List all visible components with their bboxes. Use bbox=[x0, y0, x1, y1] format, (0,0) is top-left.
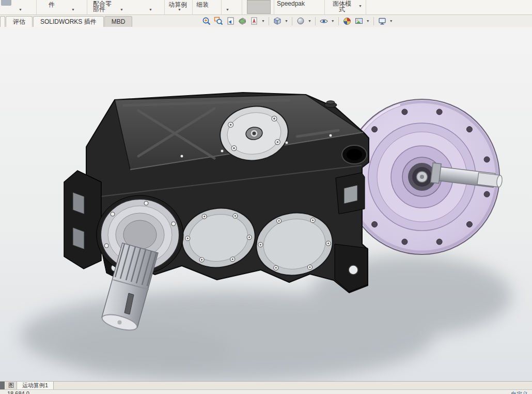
dropdown-caret-icon[interactable]: ▼ bbox=[71, 8, 75, 11]
breather-plug[interactable] bbox=[324, 101, 337, 108]
side-bore-hole bbox=[342, 145, 367, 164]
dropdown-caret-icon[interactable]: ▼ bbox=[366, 19, 370, 23]
floor-shadow bbox=[21, 255, 511, 381]
motion-study-bar: 图 运动算例1 bbox=[0, 381, 532, 389]
separator bbox=[269, 17, 269, 25]
zoom-to-fit-icon[interactable] bbox=[201, 16, 212, 26]
graphics-area[interactable] bbox=[0, 27, 532, 381]
separator bbox=[274, 0, 274, 14]
separator bbox=[192, 0, 193, 14]
separator bbox=[373, 17, 374, 25]
apply-scene-icon[interactable] bbox=[354, 16, 364, 26]
tab-model-partial[interactable]: 图 bbox=[6, 382, 17, 389]
separator bbox=[324, 0, 325, 14]
commandmanager-tabbar: 评估 SOLIDWORKS 插件 MBD bbox=[0, 15, 532, 27]
dropdown-caret-icon[interactable]: ▼ bbox=[19, 8, 22, 11]
ribbon: ▼ 件 ▼ 配合零部件 ▼ ▼ 动算例 ▼ 细装 ▼ Speedpak 面体模式… bbox=[0, 0, 532, 15]
separator bbox=[221, 0, 222, 14]
ribbon-button-insert-component[interactable]: 件 bbox=[49, 1, 55, 9]
tab-partial[interactable] bbox=[0, 16, 5, 27]
status-bar: 18.684.0 自定义 bbox=[0, 389, 532, 394]
annotation-view-icon[interactable] bbox=[249, 16, 259, 26]
view-settings-icon[interactable] bbox=[377, 16, 387, 26]
status-customize-link[interactable]: 自定义 bbox=[511, 390, 528, 394]
tab-solidworks-addins[interactable]: SOLIDWORKS 插件 bbox=[33, 16, 104, 27]
dropdown-caret-icon[interactable]: ▼ bbox=[285, 19, 288, 23]
motionbar-corner-icon[interactable] bbox=[0, 382, 5, 389]
ribbon-button-body-mode[interactable]: 面体模式 bbox=[332, 1, 352, 12]
tab-mbd[interactable]: MBD bbox=[104, 16, 133, 27]
dropdown-caret-icon[interactable]: ▼ bbox=[178, 8, 181, 11]
dropdown-caret-icon[interactable]: ▼ bbox=[226, 8, 229, 11]
ribbon-button-speedpak[interactable]: Speedpak bbox=[277, 0, 305, 7]
separator bbox=[292, 17, 292, 25]
solidworks-window: ▼ 件 ▼ 配合零部件 ▼ ▼ 动算例 ▼ 细装 ▼ Speedpak 面体模式… bbox=[0, 0, 532, 394]
separator bbox=[338, 17, 339, 25]
separator bbox=[366, 0, 366, 14]
separator bbox=[87, 0, 87, 14]
status-left-text: 18.684.0 bbox=[7, 390, 29, 394]
gearbox-model[interactable] bbox=[0, 27, 532, 381]
section-view-icon[interactable] bbox=[237, 16, 247, 26]
headsup-toolbar: ▼ ▼ ▼ bbox=[201, 16, 394, 26]
dropdown-caret-icon[interactable]: ▼ bbox=[389, 19, 393, 23]
separator bbox=[164, 0, 165, 14]
ribbon-pressed-button[interactable] bbox=[247, 0, 271, 14]
previous-view-icon[interactable] bbox=[225, 16, 236, 26]
dropdown-caret-icon[interactable]: ▼ bbox=[331, 19, 335, 23]
ribbon-button-mate-components[interactable]: 配合零部件 bbox=[93, 1, 114, 12]
dropdown-caret-icon[interactable]: ▼ bbox=[308, 19, 311, 23]
hide-show-items-icon[interactable] bbox=[319, 16, 329, 26]
tab-evaluate[interactable]: 评估 bbox=[6, 16, 33, 27]
view-orientation-icon[interactable] bbox=[272, 16, 283, 26]
separator bbox=[315, 17, 316, 25]
ribbon-button-assembly[interactable]: 细装 bbox=[196, 1, 209, 9]
zoom-to-area-icon[interactable] bbox=[213, 16, 224, 26]
display-style-icon[interactable] bbox=[295, 16, 306, 26]
tab-motion-study-1[interactable]: 运动算例1 bbox=[17, 382, 54, 389]
edit-appearance-icon[interactable] bbox=[342, 16, 352, 26]
mounting-bracket-left[interactable] bbox=[64, 171, 101, 269]
separator bbox=[242, 0, 242, 14]
separator bbox=[36, 0, 37, 14]
partial-ribbon-icon[interactable] bbox=[1, 0, 11, 6]
dropdown-caret-icon[interactable]: ▼ bbox=[149, 8, 152, 11]
mounting-foot-right-upper[interactable] bbox=[336, 173, 365, 214]
dropdown-caret-icon[interactable]: ▼ bbox=[261, 19, 265, 23]
dropdown-caret-icon[interactable]: ▼ bbox=[358, 4, 362, 8]
dropdown-caret-icon[interactable]: ▼ bbox=[120, 8, 123, 11]
